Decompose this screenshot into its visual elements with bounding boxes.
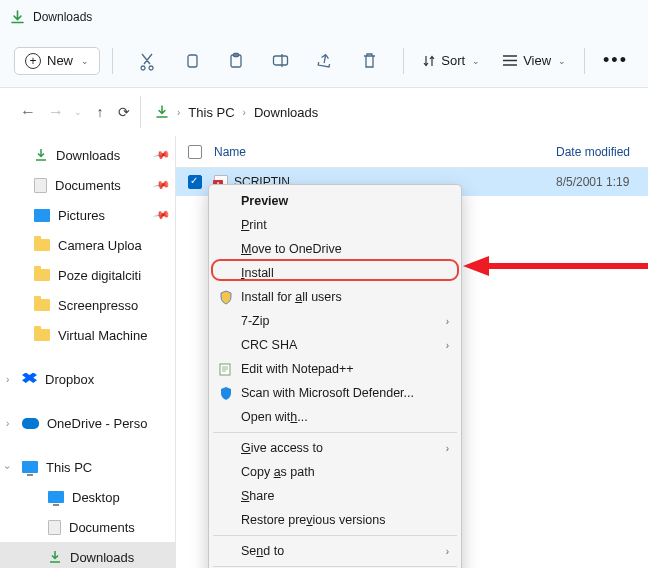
sidebar-item-onedrive[interactable]: › OneDrive - Perso <box>0 408 175 438</box>
menu-install[interactable]: Install <box>211 261 459 285</box>
sidebar-item-label: Downloads <box>56 148 120 163</box>
sidebar-item-screenpresso[interactable]: Screenpresso <box>0 290 175 320</box>
menu-install-all-users[interactable]: Install for all users <box>211 285 459 309</box>
chevron-down-icon: › <box>2 465 13 468</box>
menu-edit-notepad[interactable]: Edit with Notepad++ <box>211 357 459 381</box>
sidebar-item-downloads-sub[interactable]: Downloads <box>0 542 175 568</box>
pin-icon: 📌 <box>153 206 172 225</box>
new-button-label: New <box>47 53 73 68</box>
chevron-down-icon: ⌄ <box>472 56 480 66</box>
sidebar-item-desktop[interactable]: Desktop <box>0 482 175 512</box>
menu-label: Scan with Microsoft Defender... <box>241 386 414 400</box>
desktop-icon <box>48 491 64 503</box>
delete-button[interactable] <box>347 52 391 69</box>
select-all-cell <box>176 145 214 159</box>
sidebar-item-label: Downloads <box>70 550 134 565</box>
back-button[interactable]: ← <box>14 103 42 121</box>
plus-icon: + <box>25 53 41 69</box>
column-header-row: Name Date modified <box>176 136 648 168</box>
chevron-right-icon: › <box>446 546 449 557</box>
menu-print[interactable]: Print <box>211 213 459 237</box>
sidebar-item-label: Desktop <box>72 490 120 505</box>
menu-label: Send to <box>241 544 284 558</box>
menu-separator <box>213 566 457 567</box>
menu-label: Move to OneDrive <box>241 242 342 256</box>
folder-icon <box>34 329 50 341</box>
svg-rect-4 <box>220 364 230 375</box>
menu-label: Preview <box>241 194 288 208</box>
chevron-right-icon: › <box>446 316 449 327</box>
menu-restore[interactable]: Restore previous versions <box>211 508 459 532</box>
view-icon <box>502 54 518 67</box>
menu-7zip[interactable]: 7-Zip› <box>211 309 459 333</box>
share-button[interactable] <box>303 53 347 69</box>
toolbar-separator <box>584 48 585 74</box>
folder-icon <box>34 269 50 281</box>
menu-label: Install <box>241 266 274 280</box>
refresh-button[interactable]: ⟳ <box>118 104 130 120</box>
view-button[interactable]: View ⌄ <box>496 53 572 68</box>
download-icon <box>10 10 25 25</box>
history-chevron-icon[interactable]: ⌄ <box>74 107 82 117</box>
menu-label: Edit with Notepad++ <box>241 362 354 376</box>
sidebar-item-poze[interactable]: Poze digitalciti <box>0 260 175 290</box>
context-menu: Preview Print Move to OneDrive Install I… <box>208 184 462 568</box>
new-button[interactable]: + New ⌄ <box>14 47 100 75</box>
menu-move-onedrive[interactable]: Move to OneDrive <box>211 237 459 261</box>
menu-label: Give access to <box>241 441 323 455</box>
menu-separator <box>213 432 457 433</box>
document-icon <box>48 520 61 535</box>
menu-preview[interactable]: Preview <box>211 189 459 213</box>
select-all-checkbox[interactable] <box>188 145 202 159</box>
svg-rect-3 <box>273 56 287 65</box>
menu-separator <box>213 535 457 536</box>
chevron-right-icon: › <box>243 107 246 118</box>
sidebar-item-this-pc[interactable]: › This PC <box>0 452 175 482</box>
sidebar-item-virtual-machines[interactable]: Virtual Machine <box>0 320 175 350</box>
sidebar-item-label: Screenpresso <box>58 298 138 313</box>
menu-crc-sha[interactable]: CRC SHA› <box>211 333 459 357</box>
sidebar-item-label: Documents <box>69 520 135 535</box>
menu-share[interactable]: Share <box>211 484 459 508</box>
sidebar-item-label: Virtual Machine <box>58 328 147 343</box>
sidebar-item-documents-sub[interactable]: Documents <box>0 512 175 542</box>
row-checkbox[interactable] <box>188 175 202 189</box>
menu-send-to[interactable]: Send to› <box>211 539 459 563</box>
cut-button[interactable] <box>125 52 169 69</box>
chevron-right-icon: › <box>6 418 9 429</box>
sort-button[interactable]: Sort ⌄ <box>416 53 486 68</box>
breadcrumb-root[interactable]: This PC <box>188 105 234 120</box>
copy-button[interactable] <box>169 53 213 69</box>
menu-copy-path[interactable]: Copy as path <box>211 460 459 484</box>
more-options-button[interactable]: ••• <box>597 50 634 71</box>
sidebar-item-label: Pictures <box>58 208 105 223</box>
menu-open-with[interactable]: Open with... <box>211 405 459 429</box>
sidebar-item-camera-uploads[interactable]: Camera Uploa <box>0 230 175 260</box>
navigation-pane: Downloads 📌 Documents 📌 Pictures 📌 Camer… <box>0 136 175 568</box>
chevron-right-icon: › <box>6 374 9 385</box>
notepad-icon <box>218 361 234 377</box>
sidebar-item-pictures[interactable]: Pictures 📌 <box>0 200 175 230</box>
folder-icon <box>34 239 50 251</box>
sidebar-item-label: Documents <box>55 178 121 193</box>
download-icon <box>34 148 48 162</box>
rename-button[interactable] <box>258 53 302 68</box>
menu-give-access[interactable]: Give access to› <box>211 436 459 460</box>
paste-button[interactable] <box>214 52 258 69</box>
sidebar-item-downloads[interactable]: Downloads 📌 <box>0 140 175 170</box>
menu-label: Print <box>241 218 267 232</box>
menu-scan-defender[interactable]: Scan with Microsoft Defender... <box>211 381 459 405</box>
column-header-name[interactable]: Name <box>214 145 556 159</box>
window-title: Downloads <box>33 10 92 24</box>
column-header-date[interactable]: Date modified <box>556 145 648 159</box>
sidebar-item-documents[interactable]: Documents 📌 <box>0 170 175 200</box>
sidebar-item-label: Poze digitalciti <box>58 268 141 283</box>
menu-label: Restore previous versions <box>241 513 386 527</box>
breadcrumb-current[interactable]: Downloads <box>254 105 318 120</box>
toolbar-separator <box>403 48 404 74</box>
forward-button[interactable]: → <box>42 103 70 121</box>
sidebar-item-dropbox[interactable]: › Dropbox <box>0 364 175 394</box>
up-button[interactable]: ↑ <box>86 104 114 120</box>
command-bar: + New ⌄ Sort ⌄ View ⌄ ••• <box>0 34 648 88</box>
navigation-bar: ← → ⌄ ↑ ⟳ › This PC › Downloads <box>0 88 648 136</box>
